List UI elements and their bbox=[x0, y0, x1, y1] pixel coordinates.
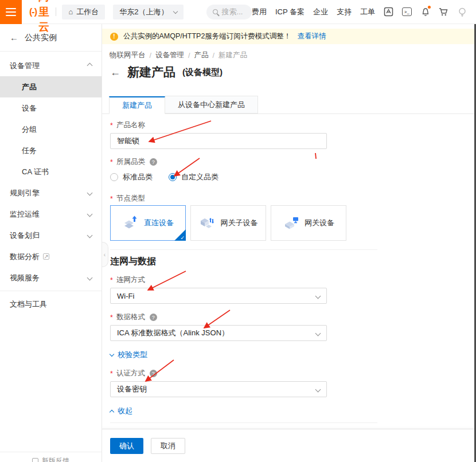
back-arrow-icon[interactable]: ← bbox=[110, 66, 120, 79]
sidebar-item-label: CA 证书 bbox=[22, 167, 49, 177]
help-question-icon[interactable]: ? bbox=[150, 314, 157, 321]
collapse-label: 收起 bbox=[118, 406, 132, 416]
sidebar-back-public-instance[interactable]: ← 公共实例 bbox=[0, 24, 102, 52]
required-mark: * bbox=[110, 122, 113, 130]
category-label: * 所属品类 ? bbox=[110, 157, 157, 167]
sidebar-group-rules-engine[interactable]: 规则引擎 bbox=[0, 182, 102, 203]
sidebar-group-monitoring-ops[interactable]: 监控运维 bbox=[0, 203, 102, 225]
chevron-up-icon bbox=[87, 63, 93, 69]
divider bbox=[0, 291, 102, 291]
product-name-label: * 产品名称 bbox=[110, 120, 145, 130]
radio-standard-category[interactable]: 标准品类 bbox=[110, 172, 153, 182]
sidebar-group-label: 规则引擎 bbox=[10, 188, 40, 198]
cart-icon[interactable] bbox=[439, 7, 448, 17]
gateway-sub-device-icon bbox=[199, 214, 216, 232]
required-mark: * bbox=[110, 276, 113, 284]
notice-detail-link[interactable]: 查看详情 bbox=[297, 32, 326, 41]
node-card-gateway-sub-device[interactable]: 网关子设备 bbox=[190, 205, 266, 241]
node-card-direct-device[interactable]: 直连设备 ✓ bbox=[110, 205, 186, 241]
product-name-input[interactable]: 智能锁 bbox=[110, 133, 327, 149]
help-question-icon[interactable]: ? bbox=[150, 370, 157, 377]
network-mode-select[interactable]: Wi-Fi bbox=[110, 288, 327, 304]
top-navbar: (-) 阿里云 ⌂ 工作台 华东2（上海） 搜索... 费用 ICP 备案 企业… bbox=[0, 0, 476, 24]
verify-type-toggle[interactable]: 校验类型 bbox=[110, 350, 147, 360]
sidebar-group-video-service[interactable]: 视频服务 bbox=[0, 267, 102, 288]
feedback-icon bbox=[32, 458, 38, 462]
data-format-value: ICA 标准数据格式（Alink JSON） bbox=[117, 328, 229, 338]
node-card-gateway-device[interactable]: 网关设备 bbox=[271, 205, 346, 241]
sidebar-item-data-analytics[interactable]: 数据分析↗ bbox=[0, 246, 102, 267]
home-icon: ⌂ bbox=[68, 7, 73, 16]
cancel-button[interactable]: 取消 bbox=[151, 438, 185, 454]
sidebar-item-docs-tools[interactable]: 文档与工具 bbox=[0, 293, 102, 315]
radio-off-icon bbox=[110, 173, 118, 181]
direct-device-icon bbox=[122, 214, 139, 232]
nav-link-billing[interactable]: 费用 bbox=[252, 7, 267, 17]
cloudshell-console-icon[interactable]: >_ bbox=[402, 7, 412, 17]
region-selector[interactable]: 华东2（上海） bbox=[113, 5, 183, 19]
radio-label: 标准品类 bbox=[123, 172, 153, 182]
required-mark: * bbox=[110, 158, 113, 166]
chevron-down-icon bbox=[87, 233, 93, 238]
apps-icon[interactable] bbox=[384, 7, 393, 17]
data-format-label: * 数据格式 ? bbox=[110, 312, 157, 322]
aliyun-logo-mark-icon: (-) bbox=[29, 7, 37, 17]
radio-label: 自定义品类 bbox=[181, 172, 219, 182]
breadcrumb-separator: / bbox=[188, 52, 190, 60]
notification-bell-icon[interactable] bbox=[420, 7, 430, 17]
chevron-down-icon bbox=[315, 293, 321, 299]
sidebar-feedback-button[interactable]: 新版反馈 bbox=[0, 452, 102, 462]
nav-link-support[interactable]: 支持 bbox=[337, 7, 352, 17]
nav-link-enterprise[interactable]: 企业 bbox=[313, 7, 328, 17]
search-input[interactable]: 搜索... bbox=[206, 5, 252, 19]
check-icon: ✓ bbox=[180, 235, 185, 241]
aliyun-logo[interactable]: (-) 阿里云 bbox=[29, 0, 49, 34]
breadcrumb-item[interactable]: 物联网平台 bbox=[110, 50, 146, 60]
sidebar-item-group[interactable]: 分组 bbox=[0, 119, 102, 140]
external-link-icon: ↗ bbox=[43, 253, 49, 260]
chevron-down-icon bbox=[87, 190, 93, 196]
data-format-select[interactable]: ICA 标准数据格式（Alink JSON） bbox=[110, 325, 327, 341]
tab-bar: 新建产品 从设备中心新建产品 bbox=[102, 96, 474, 114]
node-type-label: * 节点类型 bbox=[110, 194, 145, 203]
sidebar-item-ca-cert[interactable]: CA 证书 bbox=[0, 161, 102, 182]
sidebar-group-label: 监控运维 bbox=[10, 209, 40, 220]
sidebar-group-label: 视频服务 bbox=[10, 273, 40, 283]
breadcrumb-item[interactable]: 产品 bbox=[194, 50, 208, 60]
tab-create-from-device-center[interactable]: 从设备中心新建产品 bbox=[165, 96, 258, 113]
hamburger-menu-icon[interactable] bbox=[0, 0, 22, 24]
auth-mode-value: 设备密钥 bbox=[117, 384, 147, 394]
aliyun-iot-console: (-) 阿里云 ⌂ 工作台 华东2（上海） 搜索... 费用 ICP 备案 企业… bbox=[0, 0, 476, 462]
sidebar-item-label: 数据分析 bbox=[10, 252, 40, 262]
node-card-label: 网关设备 bbox=[305, 218, 334, 228]
required-mark: * bbox=[110, 370, 113, 378]
chevron-down-icon bbox=[173, 9, 177, 13]
nav-link-icp[interactable]: ICP 备案 bbox=[275, 7, 305, 17]
chevron-left-icon: ‹ bbox=[104, 252, 106, 258]
node-type-cards: 直连设备 ✓ 网关子设备 bbox=[110, 205, 346, 241]
help-question-icon[interactable]: ? bbox=[150, 158, 157, 166]
breadcrumb-separator: / bbox=[150, 52, 151, 60]
lightbulb-icon[interactable] bbox=[457, 7, 467, 17]
radio-custom-category[interactable]: 自定义品类 bbox=[169, 172, 219, 182]
sidebar-item-task[interactable]: 任务 bbox=[0, 140, 102, 161]
tab-label: 从设备中心新建产品 bbox=[178, 100, 245, 110]
breadcrumb-item[interactable]: 设备管理 bbox=[155, 50, 184, 60]
feedback-label: 新版反馈 bbox=[42, 456, 69, 462]
breadcrumb-current: 新建产品 bbox=[219, 50, 247, 60]
sidebar-collapse-handle[interactable]: ‹ bbox=[102, 242, 108, 267]
confirm-button[interactable]: 确认 bbox=[110, 438, 143, 454]
nav-link-tickets[interactable]: 工单 bbox=[360, 7, 375, 17]
footer-actions: 确认 取消 bbox=[102, 429, 474, 462]
radio-on-icon bbox=[169, 173, 177, 181]
auth-mode-select[interactable]: 设备密钥 bbox=[110, 381, 327, 397]
sidebar-group-device-assignment[interactable]: 设备划归 bbox=[0, 225, 102, 246]
sidebar-item-device[interactable]: 设备 bbox=[0, 97, 102, 119]
sidebar-group-label: 设备管理 bbox=[10, 61, 40, 71]
workbench-button[interactable]: ⌂ 工作台 bbox=[62, 5, 105, 19]
sidebar-group-device-management[interactable]: 设备管理 bbox=[0, 55, 102, 76]
collapse-toggle[interactable]: 收起 bbox=[110, 406, 132, 416]
tab-create-product[interactable]: 新建产品 bbox=[109, 96, 165, 114]
notice-text: 公共实例的AMQP/HTTP2服务端订阅计费模式调整！ bbox=[123, 32, 291, 41]
sidebar-item-product[interactable]: 产品 bbox=[0, 76, 102, 97]
